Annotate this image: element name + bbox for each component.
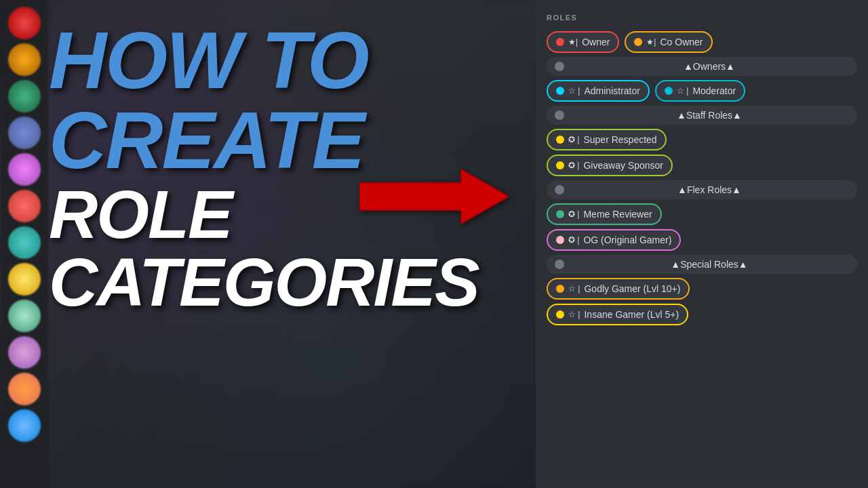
role-icon: ✪ | [568,161,579,170]
category-dot [555,110,564,120]
role-dot [556,236,564,244]
roles-panel: ROLES ★| Owner ★| Co Owner ▲Owners▲ ☆ [536,0,868,488]
role-badge-meme-reviewer[interactable]: ✪ | Meme Reviewer [547,203,662,225]
role-badge-godly-gamer[interactable]: ☆ | Godly Gamer (Lvl 10+) [547,278,690,300]
avatar [8,43,41,76]
owner-row: ★| Owner ★| Co Owner [547,31,857,53]
role-dot [556,285,564,293]
avatar [8,336,41,369]
category-dot [555,260,564,269]
arrow-icon [359,169,509,224]
category-owners[interactable]: ▲Owners▲ [547,57,857,76]
avatar [8,409,41,442]
role-dot [556,136,564,144]
sidebar-strip [0,0,49,488]
super-respected-row: ✪ | Super Respected [547,129,857,150]
avatar [8,7,41,39]
role-icon: ✪ | [568,235,579,245]
title-line2: CREATE [49,100,524,180]
avatar [8,263,41,296]
role-dot [665,87,673,95]
avatar [8,373,41,405]
avatar [8,117,41,149]
role-label: Moderator [692,85,736,96]
admin-mod-row: ☆ | Administrator ☆ | Moderator [547,80,857,102]
role-icon: ✪ | [568,135,579,144]
avatar [8,153,41,186]
role-icon: ★| [568,37,578,47]
role-badge-og-gamer[interactable]: ✪ | OG (Original Gamer) [547,229,681,251]
avatar [8,226,41,259]
role-badge-giveaway-sponsor[interactable]: ✪ | Giveaway Sponsor [547,155,673,176]
category-dot [555,185,564,195]
meme-reviewer-row: ✪ | Meme Reviewer [547,203,857,225]
category-label: ▲Owners▲ [570,61,849,72]
role-label: Co Owner [660,37,703,47]
category-flex[interactable]: ▲Flex Roles▲ [547,180,857,199]
role-dot [556,38,564,46]
category-staff[interactable]: ▲Staff Roles▲ [547,106,857,125]
role-dot [556,310,564,319]
role-label: Godly Gamer (Lvl 10+) [584,283,680,294]
role-badge-admin[interactable]: ☆ | Administrator [547,80,650,102]
role-icon: ☆ | [568,86,580,96]
svg-marker-0 [359,169,509,224]
role-badge-super-respected[interactable]: ✪ | Super Respected [547,129,667,150]
role-label: OG (Original Gamer) [583,235,671,245]
role-badge-owner[interactable]: ★| Owner [547,31,619,53]
role-badge-insane-gamer[interactable]: ☆ | Insane Gamer (Lvl 5+) [547,304,688,325]
avatar [8,190,41,222]
role-icon: ☆ | [568,284,580,293]
category-label: ▲Flex Roles▲ [570,184,849,195]
category-special[interactable]: ▲Special Roles▲ [547,255,857,274]
roles-list: ★| Owner ★| Co Owner ▲Owners▲ ☆ | Admini… [547,31,857,325]
role-label: Administrator [584,85,639,96]
title-overlay: HOW TO CREATE ROLE CATEGORIES [49,20,524,316]
roles-header: ROLES [547,14,857,22]
avatar [8,80,41,113]
giveaway-sponsor-row: ✪ | Giveaway Sponsor [547,155,857,176]
title-line4: CATEGORIES [49,248,524,316]
role-icon: ☆ | [568,310,580,319]
role-label: Owner [582,37,610,47]
role-label: Meme Reviewer [583,209,652,220]
role-label: Insane Gamer (Lvl 5+) [584,309,679,320]
role-dot [556,87,564,95]
insane-gamer-row: ☆ | Insane Gamer (Lvl 5+) [547,304,857,325]
arrow-container [359,169,509,226]
role-badge-coowner[interactable]: ★| Co Owner [625,31,712,53]
role-badge-mod[interactable]: ☆ | Moderator [655,80,745,102]
category-dot [555,62,564,71]
godly-gamer-row: ☆ | Godly Gamer (Lvl 10+) [547,278,857,300]
role-label: Giveaway Sponsor [583,160,663,171]
avatar [8,300,41,332]
og-gamer-row: ✪ | OG (Original Gamer) [547,229,857,251]
role-dot [556,210,564,218]
category-label: ▲Special Roles▲ [570,259,849,270]
role-dot [556,161,564,169]
title-line1: HOW TO [49,20,524,100]
role-icon: ★| [646,37,656,47]
role-icon: ✪ | [568,209,579,219]
category-label: ▲Staff Roles▲ [570,110,849,121]
role-icon: ☆ | [677,86,688,96]
role-dot [634,38,642,46]
role-label: Super Respected [583,134,656,145]
